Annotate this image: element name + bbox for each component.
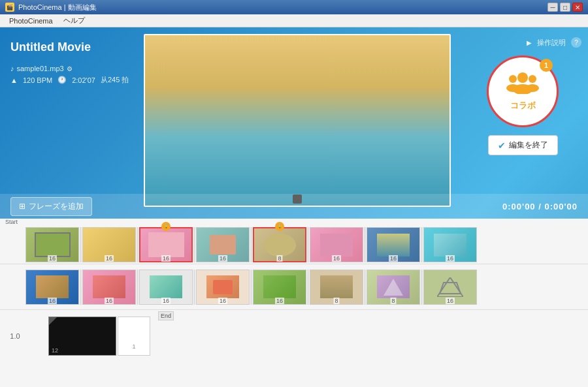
title-bar-text: PhotoCinema | 動画編集 bbox=[18, 3, 97, 12]
thumb-2-6-num: 8 bbox=[333, 298, 339, 304]
menu-photocinema[interactable]: PhotoCinema bbox=[4, 16, 58, 26]
end-frame-corner-icon bbox=[49, 317, 57, 325]
connector bbox=[307, 270, 309, 305]
thumb-1-3[interactable]: 🔒 16 bbox=[139, 227, 193, 262]
app-area: Untitled Movie ♪ sample01.mp3 ⚙ ▲ 120 BP… bbox=[0, 27, 588, 387]
close-button[interactable]: ✕ bbox=[572, 3, 583, 12]
thumb-2-3-num: 16 bbox=[161, 298, 171, 304]
bpm-info: ▲ 120 BPM 🕐 2:02'07 从245 拍 bbox=[10, 75, 133, 85]
collab-badge: 1 bbox=[540, 59, 553, 72]
thumb-2-4[interactable]: 16 bbox=[196, 270, 250, 305]
lock-icon-2: 🔒 bbox=[275, 222, 284, 231]
connector bbox=[250, 227, 252, 262]
thumb-1-2[interactable]: 16 bbox=[82, 227, 136, 262]
end-frame-beat2: 1 bbox=[118, 317, 150, 350]
menu-help[interactable]: ヘルプ bbox=[58, 14, 90, 27]
connector bbox=[80, 270, 82, 305]
beats-value: 从245 拍 bbox=[101, 75, 129, 85]
svg-point-2 bbox=[509, 75, 517, 83]
thumb-2-4-num: 16 bbox=[218, 298, 227, 304]
connector bbox=[364, 227, 366, 262]
thumb-1-5-num: 8 bbox=[276, 255, 282, 262]
minimize-button[interactable]: ─ bbox=[547, 3, 558, 12]
thumb-1-2-num: 16 bbox=[105, 255, 114, 262]
start-label: Start bbox=[5, 219, 18, 225]
music-note-icon: ♪ bbox=[10, 65, 14, 72]
timeline-row-2: 16 16 16 bbox=[0, 264, 588, 310]
connector bbox=[250, 270, 252, 305]
thumb-2-7[interactable]: 8 bbox=[367, 270, 420, 305]
thumb-2-2[interactable]: 16 bbox=[82, 270, 136, 305]
connector bbox=[80, 227, 82, 262]
svg-point-0 bbox=[517, 72, 528, 83]
clock-icon: 🕐 bbox=[57, 76, 67, 84]
collab-label: コラボ bbox=[510, 100, 536, 112]
finish-edit-button[interactable]: ✔ 編集を終了 bbox=[488, 135, 558, 155]
right-panel: ▶ 操作説明 ? 1 コラボ ✔ 編集を終了 bbox=[457, 27, 588, 220]
thumb-2-1-num: 16 bbox=[48, 298, 57, 304]
timeline-end-row: End 1.0 12 1 bbox=[0, 310, 588, 362]
thumb-1-1[interactable]: 16 bbox=[25, 227, 79, 262]
end-label: End bbox=[158, 311, 174, 320]
row-end-left-label: 1.0 bbox=[5, 332, 25, 340]
end-frame-beat1: 12 bbox=[52, 347, 58, 354]
thumb-2-8[interactable]: 16 bbox=[423, 270, 477, 305]
thumb-2-1[interactable]: 16 bbox=[25, 270, 79, 305]
collab-button[interactable]: 1 コラボ bbox=[487, 55, 559, 127]
timeline-row-1: 16 16 🔒 16 bbox=[0, 219, 588, 264]
thumb-1-6-num: 16 bbox=[332, 255, 341, 262]
thumb-2-2-num: 16 bbox=[105, 298, 114, 304]
svg-point-5 bbox=[526, 84, 539, 92]
connector bbox=[421, 227, 423, 262]
bottom-bar: ⊞ フレーズを追加 0:00'00 / 0:00'00 bbox=[0, 194, 588, 219]
bpm-icon: ▲ bbox=[10, 76, 18, 84]
question-icon[interactable]: ? bbox=[571, 37, 581, 48]
timeline-row-1-wrapper: Start 16 16 🔒 bbox=[0, 219, 588, 264]
end-frame[interactable]: 12 bbox=[48, 317, 116, 356]
connector bbox=[364, 270, 366, 305]
connector bbox=[307, 227, 309, 262]
thumb-1-1-num: 16 bbox=[48, 255, 57, 262]
menu-bar: PhotoCinema ヘルプ bbox=[0, 14, 588, 27]
thumb-1-7[interactable]: 16 bbox=[367, 227, 420, 262]
connector bbox=[193, 270, 195, 305]
add-phrase-icon: ⊞ bbox=[19, 202, 25, 211]
thumb-1-5[interactable]: 🔒 8 bbox=[253, 227, 306, 262]
duration-value: 2:02'07 bbox=[72, 76, 95, 84]
thumb-2-6[interactable]: 8 bbox=[310, 270, 363, 305]
add-phrase-label: フレーズを追加 bbox=[29, 201, 84, 212]
svg-point-3 bbox=[506, 84, 519, 92]
checkmark-icon: ✔ bbox=[498, 140, 506, 151]
svg-point-4 bbox=[529, 75, 536, 83]
connector bbox=[137, 270, 139, 305]
music-info: ♪ sample01.mp3 ⚙ bbox=[10, 65, 133, 72]
thumb-1-3-num: 16 bbox=[161, 255, 171, 262]
thumb-1-6[interactable]: 16 bbox=[310, 227, 363, 262]
thumb-1-4-num: 16 bbox=[218, 255, 227, 262]
connector bbox=[193, 227, 195, 262]
thumb-1-8-num: 16 bbox=[446, 255, 455, 262]
left-panel: Untitled Movie ♪ sample01.mp3 ⚙ ▲ 120 BP… bbox=[0, 27, 144, 220]
thumb-1-8[interactable]: 16 bbox=[423, 227, 477, 262]
help-row: ▶ 操作説明 ? bbox=[464, 37, 581, 48]
help-label[interactable]: 操作説明 bbox=[537, 38, 566, 48]
add-phrase-button[interactable]: ⊞ フレーズを追加 bbox=[10, 197, 92, 216]
thumb-2-8-num: 16 bbox=[446, 298, 455, 304]
thumb-1-7-num: 16 bbox=[389, 255, 398, 262]
connector bbox=[421, 270, 423, 305]
time-display: 0:00'00 / 0:00'00 bbox=[502, 202, 578, 211]
thumb-2-5[interactable]: 16 bbox=[253, 270, 306, 305]
maximize-button[interactable]: □ bbox=[560, 3, 570, 12]
thumb-1-4[interactable]: 16 bbox=[196, 227, 250, 262]
title-bar: 🎬 PhotoCinema | 動画編集 ─ □ ✕ bbox=[0, 0, 588, 14]
connector bbox=[137, 227, 139, 262]
timeline-area: Start 16 16 🔒 bbox=[0, 219, 588, 387]
music-filename: sample01.mp3 bbox=[17, 65, 64, 72]
finish-label: 編集を終了 bbox=[509, 140, 548, 151]
end-small-frame[interactable]: 1 bbox=[118, 317, 150, 356]
thumb-2-5-num: 16 bbox=[275, 298, 284, 304]
movie-title: Untitled Movie bbox=[10, 40, 133, 54]
thumb-2-3[interactable]: 16 bbox=[139, 270, 193, 305]
settings-icon[interactable]: ⚙ bbox=[67, 65, 73, 72]
people-icon bbox=[506, 71, 539, 97]
